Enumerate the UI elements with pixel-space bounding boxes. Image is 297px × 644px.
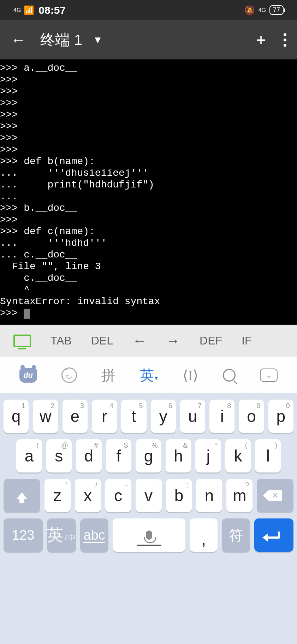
key-s[interactable]: @s <box>46 439 72 472</box>
shortcut-bar: TAB DEL ← → DEF IF <box>0 325 297 357</box>
signal-bars-icon: 📶 <box>24 5 34 15</box>
key-e[interactable]: 3e <box>63 400 88 433</box>
key-a[interactable]: !a <box>16 439 42 472</box>
abc-key[interactable]: abc <box>80 518 108 552</box>
shortcut-del[interactable]: DEL <box>91 334 113 347</box>
keyboard-toggle-icon[interactable] <box>13 335 31 347</box>
key-q[interactable]: 1q <box>4 400 29 433</box>
status-time: 08:57 <box>38 4 66 16</box>
terminal-title[interactable]: 终端 1 <box>40 30 82 50</box>
numeric-key[interactable]: 123 <box>4 518 43 552</box>
overflow-menu-button[interactable] <box>284 33 286 47</box>
key-l[interactable]: )l <box>255 439 281 472</box>
key-y[interactable]: 6y <box>151 400 176 433</box>
key-d[interactable]: #d <box>76 439 102 472</box>
ime-toolbar: du 拼 英▾ ⟨I⟩ ⌄ <box>0 357 297 393</box>
collapse-keyboard-icon[interactable]: ⌄ <box>260 369 278 382</box>
shortcut-def[interactable]: DEF <box>200 334 222 347</box>
emoji-button[interactable] <box>61 367 77 383</box>
key-c[interactable]: -c <box>105 479 131 512</box>
key-g[interactable]: %g <box>136 439 161 472</box>
key-x[interactable]: /x <box>75 479 101 512</box>
key-j[interactable]: *j <box>195 439 221 472</box>
add-terminal-button[interactable]: + <box>256 31 266 48</box>
space-key[interactable] <box>113 518 185 552</box>
shift-key[interactable] <box>4 479 40 512</box>
key-n[interactable]: ,n <box>196 479 222 512</box>
key-t[interactable]: 5t <box>121 400 146 433</box>
battery-indicator: 77 <box>269 5 284 15</box>
network-icon: 4G <box>13 7 21 13</box>
key-u[interactable]: 7u <box>180 400 205 433</box>
app-bar: ← 终端 1 ▼ + <box>0 20 297 59</box>
back-button[interactable]: ← <box>11 31 26 49</box>
key-f[interactable]: $f <box>106 439 132 472</box>
key-w[interactable]: 2w <box>33 400 58 433</box>
data-icon: 4G <box>259 7 266 13</box>
shortcut-tab[interactable]: TAB <box>51 334 72 347</box>
key-k[interactable]: (k <box>225 439 251 472</box>
soft-keyboard: 1q2w3e4r5t6y7u8i9o0p !a@s#d$f%g&h*j(k)l … <box>0 393 297 644</box>
shortcut-if[interactable]: IF <box>242 334 251 347</box>
backspace-key[interactable]: ✕ <box>257 479 293 512</box>
key-i[interactable]: 8i <box>209 400 234 433</box>
key-r[interactable]: 4r <box>92 400 117 433</box>
mic-icon <box>146 530 152 540</box>
symbol-key[interactable]: 符 <box>222 518 250 552</box>
mute-icon: 🔕 <box>244 5 255 15</box>
comma-key[interactable]: , <box>190 518 218 552</box>
terminal-dropdown-icon[interactable]: ▼ <box>93 34 103 46</box>
key-p[interactable]: 0p <box>268 400 293 433</box>
key-b[interactable]: ;b <box>166 479 192 512</box>
terminal-output[interactable]: >>> a.__doc__ >>> >>> >>> >>> >>> >>> >>… <box>0 59 297 325</box>
ime-english-button[interactable]: 英▾ <box>140 366 158 385</box>
shortcut-left[interactable]: ← <box>132 333 147 349</box>
cursor-move-icon[interactable]: ⟨I⟩ <box>183 367 198 384</box>
key-v[interactable]: :v <box>136 479 162 512</box>
key-z[interactable]: 'z <box>44 479 71 512</box>
enter-key[interactable] <box>254 518 293 552</box>
ime-pinyin-button[interactable]: 拼 <box>101 366 115 385</box>
shortcut-right[interactable]: → <box>166 333 180 349</box>
search-icon[interactable] <box>223 369 236 382</box>
key-h[interactable]: &h <box>166 439 191 472</box>
baidu-ime-icon[interactable]: du <box>19 368 37 383</box>
key-m[interactable]: ?m <box>226 479 253 512</box>
key-o[interactable]: 9o <box>239 400 264 433</box>
language-switch-key[interactable]: 英/中 <box>47 518 76 552</box>
status-bar: 4G 📶 08:57 🔕 4G 77 <box>0 0 297 20</box>
